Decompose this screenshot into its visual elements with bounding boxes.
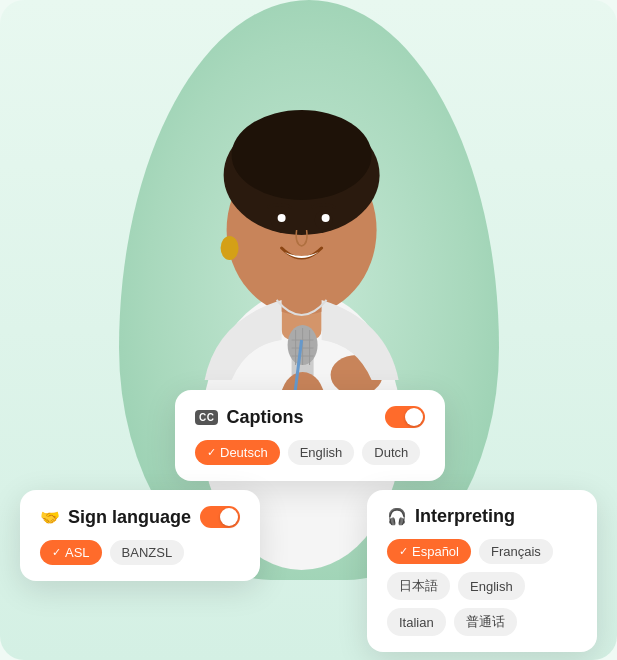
interpreting-title: Interpreting — [415, 506, 515, 527]
interpreting-tag-english[interactable]: English — [458, 572, 525, 600]
interpreting-tag-italian[interactable]: Italian — [387, 608, 446, 636]
interpreting-card-title-row: 🎧 Interpreting — [387, 506, 577, 527]
sign-language-toggle[interactable] — [200, 506, 240, 528]
interpreting-tag-francais[interactable]: Français — [479, 539, 553, 564]
check-icon-espanol: ✓ — [399, 545, 408, 558]
svg-point-9 — [220, 236, 238, 260]
captions-toggle[interactable] — [385, 406, 425, 428]
sign-language-title: Sign language — [68, 507, 191, 528]
captions-title: Captions — [226, 407, 303, 428]
svg-point-4 — [231, 110, 371, 200]
interpreting-card: 🎧 Interpreting ✓ Español Français 日本語 En… — [367, 490, 597, 652]
check-icon: ✓ — [207, 446, 216, 459]
captions-tag-english[interactable]: English — [288, 440, 355, 465]
headphone-icon: 🎧 — [387, 507, 407, 526]
interpreting-tags: ✓ Español Français 日本語 English Italian 普… — [387, 539, 577, 636]
interpreting-tag-espanol[interactable]: ✓ Español — [387, 539, 471, 564]
hands-icon: 🤝 — [40, 508, 60, 527]
svg-point-8 — [321, 214, 329, 222]
captions-tag-dutch[interactable]: Dutch — [362, 440, 420, 465]
interpreting-tag-japanese[interactable]: 日本語 — [387, 572, 450, 600]
captions-card: CC Captions ✓ Deutsch English Dutch — [175, 390, 445, 481]
check-icon-asl: ✓ — [52, 546, 61, 559]
sign-tag-banzsl[interactable]: BANZSL — [110, 540, 185, 565]
sign-card-title-row: 🤝 Sign language — [40, 506, 240, 528]
captions-card-title-row: CC Captions — [195, 406, 425, 428]
svg-point-7 — [277, 214, 285, 222]
sign-tag-asl[interactable]: ✓ ASL — [40, 540, 102, 565]
sign-language-tags: ✓ ASL BANZSL — [40, 540, 240, 565]
captions-tag-deutsch[interactable]: ✓ Deutsch — [195, 440, 280, 465]
cc-icon: CC — [195, 410, 218, 425]
interpreting-tag-mandarin[interactable]: 普通话 — [454, 608, 517, 636]
captions-tags: ✓ Deutsch English Dutch — [195, 440, 425, 465]
sign-language-card: 🤝 Sign language ✓ ASL BANZSL — [20, 490, 260, 581]
person-photo — [116, 0, 486, 570]
person-svg — [116, 0, 486, 570]
background: CC Captions ✓ Deutsch English Dutch � — [0, 0, 617, 660]
